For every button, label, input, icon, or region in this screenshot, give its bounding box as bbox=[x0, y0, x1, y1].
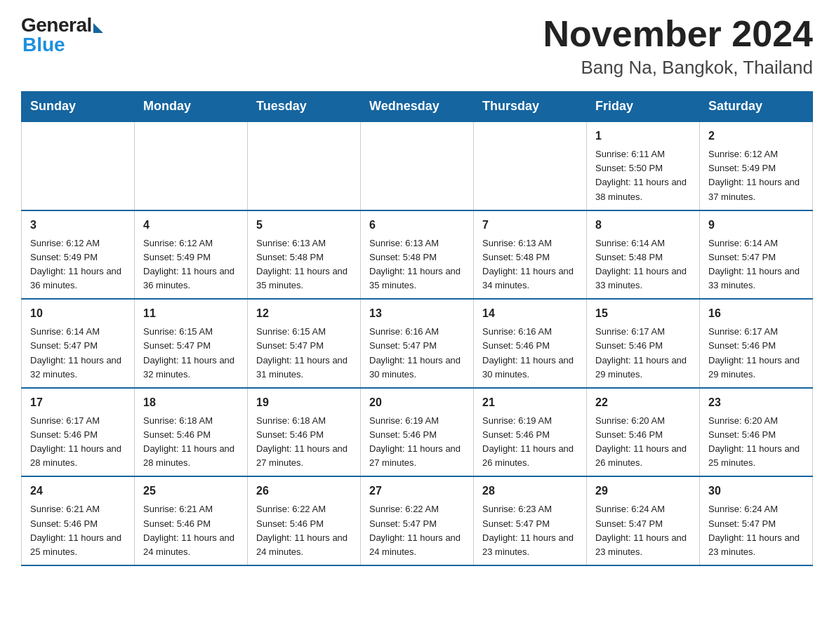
day-info: Sunrise: 6:12 AMSunset: 5:49 PMDaylight:… bbox=[30, 236, 126, 293]
day-number: 27 bbox=[369, 483, 465, 499]
calendar-table: SundayMondayTuesdayWednesdayThursdayFrid… bbox=[21, 91, 813, 566]
calendar-cell-w3-d2: 11Sunrise: 6:15 AMSunset: 5:47 PMDayligh… bbox=[135, 299, 248, 388]
calendar-header-row: SundayMondayTuesdayWednesdayThursdayFrid… bbox=[22, 92, 813, 122]
header-sunday: Sunday bbox=[22, 92, 135, 122]
day-number: 16 bbox=[708, 305, 804, 322]
day-info: Sunrise: 6:18 AMSunset: 5:46 PMDaylight:… bbox=[256, 414, 352, 471]
day-number: 6 bbox=[369, 217, 465, 234]
day-number: 9 bbox=[708, 217, 804, 234]
calendar-cell-w5-d7: 30Sunrise: 6:24 AMSunset: 5:47 PMDayligh… bbox=[700, 476, 813, 565]
day-number: 20 bbox=[369, 394, 465, 411]
calendar-cell-w4-d1: 17Sunrise: 6:17 AMSunset: 5:46 PMDayligh… bbox=[22, 388, 135, 477]
day-info: Sunrise: 6:16 AMSunset: 5:47 PMDaylight:… bbox=[369, 325, 465, 382]
calendar-cell-w3-d1: 10Sunrise: 6:14 AMSunset: 5:47 PMDayligh… bbox=[22, 299, 135, 388]
day-info: Sunrise: 6:12 AMSunset: 5:49 PMDaylight:… bbox=[143, 236, 239, 293]
header-wednesday: Wednesday bbox=[361, 92, 474, 122]
calendar-week-4: 17Sunrise: 6:17 AMSunset: 5:46 PMDayligh… bbox=[22, 388, 813, 477]
header-saturday: Saturday bbox=[700, 92, 813, 122]
calendar-cell-w1-d2 bbox=[135, 121, 248, 210]
day-info: Sunrise: 6:15 AMSunset: 5:47 PMDaylight:… bbox=[256, 325, 352, 382]
day-info: Sunrise: 6:24 AMSunset: 5:47 PMDaylight:… bbox=[708, 502, 804, 559]
page-header: General Blue November 2024 Bang Na, Bang… bbox=[21, 14, 813, 79]
calendar-title: November 2024 bbox=[543, 14, 813, 54]
calendar-cell-w3-d4: 13Sunrise: 6:16 AMSunset: 5:47 PMDayligh… bbox=[361, 299, 474, 388]
header-monday: Monday bbox=[135, 92, 248, 122]
day-number: 11 bbox=[143, 305, 239, 322]
day-number: 2 bbox=[708, 128, 804, 145]
day-number: 22 bbox=[595, 394, 691, 411]
day-info: Sunrise: 6:18 AMSunset: 5:46 PMDaylight:… bbox=[143, 414, 239, 471]
day-number: 18 bbox=[143, 394, 239, 411]
calendar-cell-w2-d4: 6Sunrise: 6:13 AMSunset: 5:48 PMDaylight… bbox=[361, 210, 474, 300]
day-info: Sunrise: 6:22 AMSunset: 5:47 PMDaylight:… bbox=[369, 502, 465, 559]
day-number: 17 bbox=[30, 394, 126, 411]
day-number: 12 bbox=[256, 305, 352, 322]
day-info: Sunrise: 6:24 AMSunset: 5:47 PMDaylight:… bbox=[595, 502, 691, 559]
logo: General Blue bbox=[21, 14, 103, 56]
day-info: Sunrise: 6:19 AMSunset: 5:46 PMDaylight:… bbox=[482, 414, 578, 471]
calendar-cell-w5-d3: 26Sunrise: 6:22 AMSunset: 5:46 PMDayligh… bbox=[248, 476, 361, 565]
day-number: 15 bbox=[595, 305, 691, 322]
calendar-cell-w3-d6: 15Sunrise: 6:17 AMSunset: 5:46 PMDayligh… bbox=[587, 299, 700, 388]
day-number: 19 bbox=[256, 394, 352, 411]
day-info: Sunrise: 6:22 AMSunset: 5:46 PMDaylight:… bbox=[256, 502, 352, 559]
calendar-cell-w1-d5 bbox=[474, 121, 587, 210]
day-number: 29 bbox=[595, 483, 691, 499]
header-thursday: Thursday bbox=[474, 92, 587, 122]
calendar-cell-w4-d2: 18Sunrise: 6:18 AMSunset: 5:46 PMDayligh… bbox=[135, 388, 248, 477]
day-info: Sunrise: 6:19 AMSunset: 5:46 PMDaylight:… bbox=[369, 414, 465, 471]
day-number: 5 bbox=[256, 217, 352, 234]
day-info: Sunrise: 6:11 AMSunset: 5:50 PMDaylight:… bbox=[595, 147, 691, 204]
day-number: 21 bbox=[482, 394, 578, 411]
calendar-cell-w4-d3: 19Sunrise: 6:18 AMSunset: 5:46 PMDayligh… bbox=[248, 388, 361, 477]
calendar-cell-w4-d4: 20Sunrise: 6:19 AMSunset: 5:46 PMDayligh… bbox=[361, 388, 474, 477]
calendar-week-1: 1Sunrise: 6:11 AMSunset: 5:50 PMDaylight… bbox=[22, 121, 813, 210]
calendar-cell-w1-d1 bbox=[22, 121, 135, 210]
day-number: 23 bbox=[708, 394, 804, 411]
day-info: Sunrise: 6:17 AMSunset: 5:46 PMDaylight:… bbox=[30, 414, 126, 471]
calendar-subtitle: Bang Na, Bangkok, Thailand bbox=[543, 57, 813, 79]
calendar-cell-w5-d4: 27Sunrise: 6:22 AMSunset: 5:47 PMDayligh… bbox=[361, 476, 474, 565]
calendar-week-5: 24Sunrise: 6:21 AMSunset: 5:46 PMDayligh… bbox=[22, 476, 813, 565]
calendar-cell-w3-d3: 12Sunrise: 6:15 AMSunset: 5:47 PMDayligh… bbox=[248, 299, 361, 388]
calendar-cell-w2-d2: 4Sunrise: 6:12 AMSunset: 5:49 PMDaylight… bbox=[135, 210, 248, 300]
day-number: 26 bbox=[256, 483, 352, 499]
calendar-cell-w3-d7: 16Sunrise: 6:17 AMSunset: 5:46 PMDayligh… bbox=[700, 299, 813, 388]
day-number: 4 bbox=[143, 217, 239, 234]
calendar-cell-w2-d1: 3Sunrise: 6:12 AMSunset: 5:49 PMDaylight… bbox=[22, 210, 135, 300]
day-number: 24 bbox=[30, 483, 126, 499]
calendar-cell-w1-d3 bbox=[248, 121, 361, 210]
day-number: 1 bbox=[595, 128, 691, 145]
day-number: 25 bbox=[143, 483, 239, 499]
day-info: Sunrise: 6:17 AMSunset: 5:46 PMDaylight:… bbox=[708, 325, 804, 382]
day-number: 8 bbox=[595, 217, 691, 234]
day-info: Sunrise: 6:13 AMSunset: 5:48 PMDaylight:… bbox=[369, 236, 465, 293]
day-number: 13 bbox=[369, 305, 465, 322]
day-info: Sunrise: 6:15 AMSunset: 5:47 PMDaylight:… bbox=[143, 325, 239, 382]
day-number: 10 bbox=[30, 305, 126, 322]
calendar-cell-w5-d2: 25Sunrise: 6:21 AMSunset: 5:46 PMDayligh… bbox=[135, 476, 248, 565]
calendar-cell-w2-d7: 9Sunrise: 6:14 AMSunset: 5:47 PMDaylight… bbox=[700, 210, 813, 300]
day-info: Sunrise: 6:23 AMSunset: 5:47 PMDaylight:… bbox=[482, 502, 578, 559]
day-info: Sunrise: 6:13 AMSunset: 5:48 PMDaylight:… bbox=[482, 236, 578, 293]
day-info: Sunrise: 6:14 AMSunset: 5:47 PMDaylight:… bbox=[708, 236, 804, 293]
day-number: 30 bbox=[708, 483, 804, 499]
day-info: Sunrise: 6:17 AMSunset: 5:46 PMDaylight:… bbox=[595, 325, 691, 382]
calendar-cell-w1-d7: 2Sunrise: 6:12 AMSunset: 5:49 PMDaylight… bbox=[700, 121, 813, 210]
logo-arrow-icon bbox=[93, 23, 103, 33]
day-info: Sunrise: 6:21 AMSunset: 5:46 PMDaylight:… bbox=[30, 502, 126, 559]
calendar-cell-w2-d5: 7Sunrise: 6:13 AMSunset: 5:48 PMDaylight… bbox=[474, 210, 587, 300]
calendar-cell-w4-d6: 22Sunrise: 6:20 AMSunset: 5:46 PMDayligh… bbox=[587, 388, 700, 477]
calendar-cell-w5-d5: 28Sunrise: 6:23 AMSunset: 5:47 PMDayligh… bbox=[474, 476, 587, 565]
day-number: 3 bbox=[30, 217, 126, 234]
day-number: 14 bbox=[482, 305, 578, 322]
day-info: Sunrise: 6:14 AMSunset: 5:47 PMDaylight:… bbox=[30, 325, 126, 382]
calendar-cell-w1-d4 bbox=[361, 121, 474, 210]
day-info: Sunrise: 6:13 AMSunset: 5:48 PMDaylight:… bbox=[256, 236, 352, 293]
day-info: Sunrise: 6:14 AMSunset: 5:48 PMDaylight:… bbox=[595, 236, 691, 293]
calendar-cell-w5-d1: 24Sunrise: 6:21 AMSunset: 5:46 PMDayligh… bbox=[22, 476, 135, 565]
calendar-cell-w1-d6: 1Sunrise: 6:11 AMSunset: 5:50 PMDaylight… bbox=[587, 121, 700, 210]
calendar-week-3: 10Sunrise: 6:14 AMSunset: 5:47 PMDayligh… bbox=[22, 299, 813, 388]
header-tuesday: Tuesday bbox=[248, 92, 361, 122]
calendar-cell-w2-d3: 5Sunrise: 6:13 AMSunset: 5:48 PMDaylight… bbox=[248, 210, 361, 300]
